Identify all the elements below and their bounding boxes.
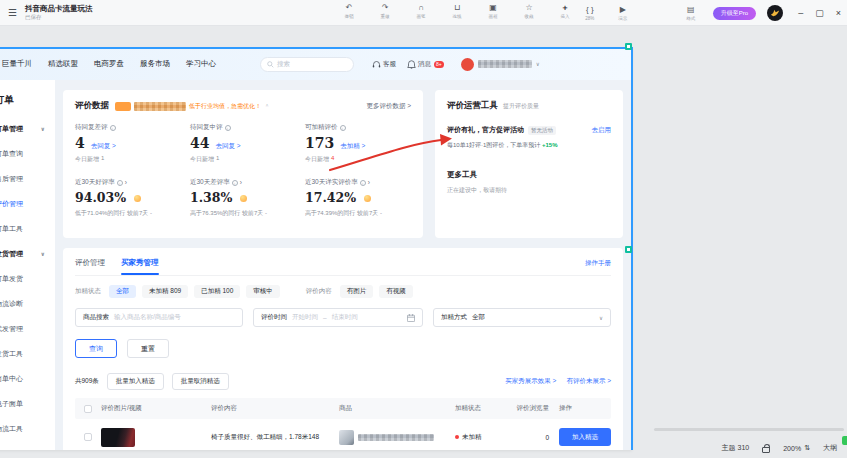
form-buttons: 查询 重置	[75, 339, 611, 358]
selection-handle-top-right[interactable]	[625, 43, 632, 50]
headset-icon	[372, 60, 381, 69]
pen-tool-button[interactable]: ∩ 画笔	[410, 3, 432, 19]
sidebar-item[interactable]: 订单发货	[0, 266, 55, 291]
minimize-button[interactable]: –	[798, 0, 803, 26]
user-avatar[interactable]	[767, 5, 783, 21]
review-time-range-picker[interactable]: 评价时间 开始时间 – 结束时间	[253, 308, 423, 327]
bird-logo-icon	[770, 8, 780, 18]
shop-avatar	[461, 58, 474, 71]
shop-name-redacted	[478, 60, 532, 68]
chevron-down-icon: ∨	[41, 126, 45, 132]
sidebar-group-order-management[interactable]: 订单管理 ∨	[0, 116, 55, 141]
metric-positive-rate: 近30天好评率i› 94.03% 低于71.04%的同行 较前7天 -	[75, 178, 190, 218]
filter-pill-all[interactable]: 全部	[109, 285, 136, 298]
undo-icon: ↶	[346, 3, 353, 13]
banner-warning-text: 低于行业均值，急需优化！	[189, 102, 261, 111]
reviews-not-shown-link[interactable]: 有评价未展示 >	[566, 377, 611, 386]
promo-uplift-value: +15%	[542, 142, 558, 148]
top-nav-item[interactable]: 学习中心	[186, 59, 216, 69]
review-thumbnail[interactable]	[101, 428, 135, 447]
top-nav-item[interactable]: 电商罗盘	[94, 59, 124, 69]
sidebar-item[interactable]: 物流工具	[0, 416, 55, 441]
sidebar-group-shipping-management[interactable]: 发货管理 ∨	[0, 241, 55, 266]
query-button[interactable]: 查询	[75, 339, 117, 358]
zoom-percentage-button[interactable]: { } 28%	[579, 5, 601, 21]
sidebar-item[interactable]: 发货工具	[0, 341, 55, 366]
sidebar-item[interactable]: 面单中心	[0, 366, 55, 391]
upgrade-button[interactable]: 升级至Pro	[713, 7, 756, 20]
top-nav-right: 客服 消息 8+ ∨	[372, 58, 540, 71]
present-button[interactable]: ▶ 演示	[612, 5, 634, 21]
account-menu[interactable]: ∨	[461, 58, 540, 71]
document-title-block: 抖音商品卡流量玩法 已保存	[25, 5, 93, 20]
editor-canvas[interactable]: 巨量千川 精选联盟 电商罗盘 服务市场 学习中心 搜索 客服 消息 8+	[0, 26, 847, 458]
tab-review-management[interactable]: 评价管理	[75, 258, 105, 275]
filter-pill-not-featured[interactable]: 未加精 809	[142, 285, 188, 298]
frame-tool-button[interactable]: ▣ 画框	[482, 3, 504, 19]
canvas-zoom-control[interactable]: 200% ⇅	[783, 444, 810, 452]
top-nav-item[interactable]: 服务市场	[140, 59, 170, 69]
lock-button[interactable]	[762, 444, 770, 453]
add-to-featured-button[interactable]: 加入精选	[559, 428, 611, 446]
more-tools-subtitle: 正在建设中，敬请期待	[447, 186, 611, 195]
select-all-checkbox[interactable]	[84, 405, 92, 413]
undo-button[interactable]: ↶ 撤销	[338, 3, 360, 19]
filter-pill-has-image[interactable]: 有图片	[340, 285, 374, 298]
go-reply-link[interactable]: 去回复 >	[215, 142, 240, 151]
enable-promo-link[interactable]: 去启用	[592, 126, 612, 135]
reset-button[interactable]: 重置	[127, 339, 169, 358]
save-status: 已保存	[25, 14, 93, 20]
content-filter-label: 评价内容	[306, 287, 332, 296]
top-nav-item[interactable]: 精选联盟	[48, 59, 78, 69]
feature-method-value: 全部	[472, 313, 485, 322]
maximize-button[interactable]: ▢	[815, 0, 824, 26]
feature-method-select[interactable]: 加精方式 全部 ∨	[433, 308, 611, 327]
batch-add-featured-button[interactable]: 批量加入精选	[107, 373, 164, 390]
redo-button[interactable]: ↷ 重做	[374, 3, 396, 19]
filter-pill-reviewing[interactable]: 审核中	[246, 285, 280, 298]
batch-remove-featured-button[interactable]: 批量取消精选	[172, 373, 229, 390]
editor-toolbar: ☰ 抖音商品卡流量玩法 已保存 ↶ 撤销 ↷ 重做 ∩ 画笔 ⊔ 连线 ▣ 画框…	[0, 0, 847, 26]
embedded-screenshot[interactable]: 巨量千川 精选联盟 电商罗盘 服务市场 学习中心 搜索 客服 消息 8+	[0, 48, 632, 450]
format-button[interactable]: ▤ 格式	[680, 5, 702, 21]
sidebar-item[interactable]: 物流诊断	[0, 291, 55, 316]
favorite-button[interactable]: ☆ 收藏	[518, 3, 540, 19]
search-input[interactable]: 搜索	[260, 57, 354, 72]
close-button[interactable]: ×	[836, 0, 841, 26]
go-reply-link[interactable]: 去回复 >	[91, 142, 116, 151]
tab-buyer-show-management[interactable]: 买家秀管理	[121, 258, 159, 275]
info-icon: i	[225, 125, 231, 131]
messages-button[interactable]: 消息 8+	[407, 60, 444, 69]
sidebar-item[interactable]: 订单工具	[0, 216, 55, 241]
sidebar-item[interactable]: 售后管理	[0, 166, 55, 191]
chevron-down-icon: ∨	[599, 315, 603, 321]
sidebar-item[interactable]: 电子面单	[0, 391, 55, 416]
product-name-redacted	[358, 434, 434, 441]
buyer-show-effect-link[interactable]: 买家秀展示效果 >	[505, 377, 556, 386]
horizontal-scrollbar[interactable]	[654, 428, 844, 431]
row-checkbox[interactable]	[84, 433, 92, 441]
sidebar-item[interactable]: 订单查询	[0, 141, 55, 166]
table-header: 评价图片/视频 评价内容 商品 加精状态 评价浏览量 操作	[75, 398, 611, 419]
product-search-input[interactable]: 商品搜索 输入商品名称/商品编号	[75, 308, 243, 327]
selection-handle-right-middle[interactable]	[625, 246, 632, 253]
outline-button[interactable]: 大纲	[823, 443, 837, 453]
operation-manual-link[interactable]: 操作手册	[585, 259, 611, 275]
sidebar-item[interactable]: 物流服务	[0, 441, 55, 450]
top-nav-item[interactable]: 巨量千川	[2, 59, 32, 69]
insert-button[interactable]: ＋ 插入	[554, 3, 576, 19]
theme-count[interactable]: 主题 310	[722, 443, 750, 453]
hamburger-menu-icon[interactable]: ☰	[8, 7, 17, 18]
filter-pill-featured[interactable]: 已加精 100	[194, 285, 240, 298]
metric-value: 173	[305, 135, 334, 151]
sidebar-item-review-management[interactable]: 评价管理	[0, 191, 55, 216]
collapse-icon[interactable]: ＾	[264, 102, 270, 111]
filter-pill-has-video[interactable]: 有视频	[379, 285, 413, 298]
connector-tool-button[interactable]: ⊔ 连线	[446, 3, 468, 19]
go-feature-link[interactable]: 去加精 >	[340, 142, 365, 151]
customer-service-button[interactable]: 客服	[372, 60, 396, 69]
more-review-data-link[interactable]: 更多评价数据 >	[366, 102, 411, 111]
plus-icon: ＋	[561, 3, 569, 13]
shop-sidebar: 订单 订单管理 ∨ 订单查询 售后管理 评价管理 订单工具 发货管理 ∨ 订单发…	[0, 80, 55, 450]
sidebar-item[interactable]: 代发管理	[0, 316, 55, 341]
